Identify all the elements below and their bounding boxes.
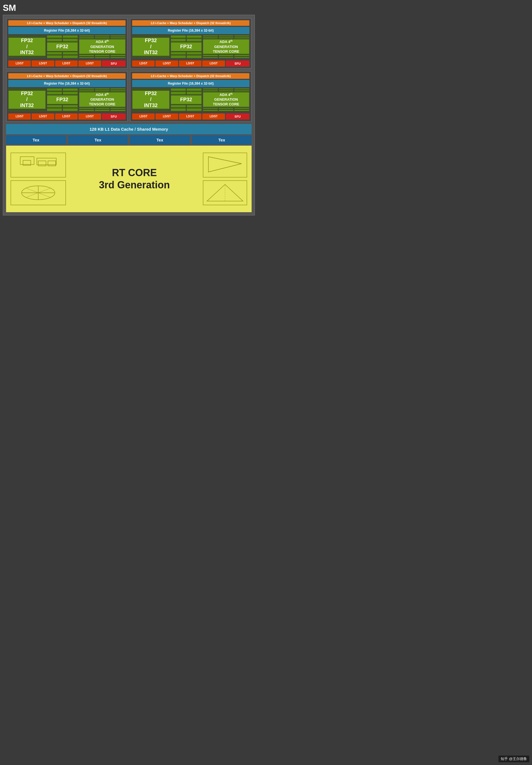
tensor-label-tl: ADA 4thGENERATIONTENSOR CORE xyxy=(89,39,115,54)
sfu-tr: SFU xyxy=(226,60,249,67)
rt-icon-box-top-right xyxy=(203,153,247,178)
svg-marker-10 xyxy=(208,157,242,172)
bottom-quadrant-row: L0 i-Cache + Warp Scheduler + Dispatch (… xyxy=(6,71,252,122)
svg-line-12 xyxy=(208,157,242,164)
ldst-4-bl: LD/ST xyxy=(79,113,101,120)
ldst-3-br: LD/ST xyxy=(179,113,201,120)
ldst-1-tr: LD/ST xyxy=(132,60,154,67)
fp32-grid-tl: FP32 xyxy=(47,35,78,58)
rt-icon-right xyxy=(203,153,247,205)
rt-core-section: RT CORE 3rd Generation xyxy=(6,146,252,212)
rt-icon-box-top-left xyxy=(11,153,66,178)
ldst-1-tl: LD/ST xyxy=(8,60,31,67)
rt-icon-box-bottom-left xyxy=(11,180,66,205)
compute-area-br: FP32/INT32 FP32 xyxy=(132,88,249,111)
ldst-2-tl: LD/ST xyxy=(32,60,54,67)
quadrant-bottom-left: L0 i-Cache + Warp Scheduler + Dispatch (… xyxy=(6,71,128,122)
fp32-col-tl: FP32 xyxy=(47,35,78,58)
svg-rect-3 xyxy=(38,161,46,166)
tensor-grid-tl: ADA 4thGENERATIONTENSOR CORE xyxy=(79,35,126,58)
fp32-label-tr: FP32 xyxy=(180,44,192,50)
sfu-tl: SFU xyxy=(102,60,126,67)
fp32-int32-label-bl: FP32/INT32 xyxy=(20,91,34,109)
tensor-label-br: ADA 4thGENERATIONTENSOR CORE xyxy=(213,92,239,107)
fp32-label-br: FP32 xyxy=(180,97,192,103)
bottom-row-tl: LD/ST LD/ST LD/ST LD/ST SFU xyxy=(8,60,126,67)
bottom-row-bl: LD/ST LD/ST LD/ST LD/ST SFU xyxy=(8,113,126,120)
fp32-int32-grid-tl: FP32/INT32 xyxy=(8,35,46,58)
mesh-icon xyxy=(17,183,59,203)
quadrant-bottom-right: L0 i-Cache + Warp Scheduler + Dispatch (… xyxy=(130,71,252,122)
svg-line-11 xyxy=(208,164,242,172)
triangle-icon xyxy=(206,183,244,203)
tensor-label-bl: ADA 4thGENERATIONTENSOR CORE xyxy=(89,92,115,107)
svg-rect-4 xyxy=(48,161,56,166)
tex-3: Tex xyxy=(130,135,190,145)
warp-scheduler-tl: L0 i-Cache + Warp Scheduler + Dispatch (… xyxy=(8,20,126,26)
quadrant-top-right: L0 i-Cache + Warp Scheduler + Dispatch (… xyxy=(130,18,252,69)
register-file-bl: Register File (16,384 x 32-bit) xyxy=(8,80,126,87)
warp-scheduler-tr: L0 i-Cache + Warp Scheduler + Dispatch (… xyxy=(132,20,249,26)
warp-scheduler-bl: L0 i-Cache + Warp Scheduler + Dispatch (… xyxy=(8,73,126,79)
fp32-label-tl: FP32 xyxy=(56,44,68,50)
register-file-br: Register File (16,384 x 32-bit) xyxy=(132,80,249,87)
compute-area-bl: FP32/INT32 FP32 xyxy=(8,88,126,111)
svg-rect-2 xyxy=(37,158,56,165)
rt-core-text: RT CORE 3rd Generation xyxy=(66,167,203,191)
tex-2: Tex xyxy=(68,135,128,145)
ldst-2-bl: LD/ST xyxy=(32,113,54,120)
ldst-4-tr: LD/ST xyxy=(202,60,225,67)
rt-icon-left xyxy=(11,153,66,205)
ldst-2-tr: LD/ST xyxy=(155,60,178,67)
rt-icon-box-bottom-right xyxy=(203,180,247,205)
sfu-br: SFU xyxy=(226,113,249,120)
tex-4: Tex xyxy=(192,135,252,145)
fp32-col-tr: FP32 xyxy=(171,35,202,58)
ldst-4-br: LD/ST xyxy=(202,113,225,120)
ldst-4-tl: LD/ST xyxy=(79,60,101,67)
sm-title: SM xyxy=(3,3,16,13)
fp32-int32-label-br: FP32/INT32 xyxy=(144,91,158,109)
ldst-3-bl: LD/ST xyxy=(55,113,78,120)
tensor-label-tr: ADA 4thGENERATIONTENSOR CORE xyxy=(213,39,239,54)
fp32-label-bl: FP32 xyxy=(56,97,68,103)
rt-core-title: RT CORE 3rd Generation xyxy=(66,167,203,191)
tensor-col-tl: ADA 4thGENERATIONTENSOR CORE xyxy=(79,35,126,58)
fp32-int32-col-tl: FP32/INT32 xyxy=(8,35,46,58)
fp32-int32-label-tr: FP32/INT32 xyxy=(144,38,158,56)
ldst-3-tr: LD/ST xyxy=(179,60,201,67)
ldst-1-br: LD/ST xyxy=(132,113,154,120)
bvh-icon xyxy=(17,155,59,175)
warp-scheduler-br: L0 i-Cache + Warp Scheduler + Dispatch (… xyxy=(132,73,249,79)
register-file-tl: Register File (16,384 x 32-bit) xyxy=(8,27,126,34)
bottom-row-br: LD/ST LD/ST LD/ST LD/ST SFU xyxy=(132,113,249,120)
tex-1: Tex xyxy=(6,135,66,145)
bottom-row-tr: LD/ST LD/ST LD/ST LD/ST SFU xyxy=(132,60,249,67)
ldst-3-tl: LD/ST xyxy=(55,60,78,67)
register-file-tr: Register File (16,384 x 32-bit) xyxy=(132,27,249,34)
ldst-2-br: LD/ST xyxy=(155,113,178,120)
l1-cache: 128 KB L1 Data Cache / Shared Memory xyxy=(6,124,252,134)
ray-icon xyxy=(206,155,244,175)
fp32-int32-col-tr: FP32/INT32 xyxy=(132,35,169,58)
quadrant-top-left: L0 i-Cache + Warp Scheduler + Dispatch (… xyxy=(6,18,128,69)
tensor-col-tr: ADA 4thGENERATIONTENSOR CORE xyxy=(203,35,249,58)
top-quadrant-row: L0 i-Cache + Warp Scheduler + Dispatch (… xyxy=(6,18,252,69)
sm-container: L0 i-Cache + Warp Scheduler + Dispatch (… xyxy=(3,15,255,216)
sfu-bl: SFU xyxy=(102,113,126,120)
fp32-int32-label-tl: FP32/INT32 xyxy=(20,38,34,56)
compute-area-tl: FP32/INT32 FP32 xyxy=(8,35,126,58)
ldst-1-bl: LD/ST xyxy=(8,113,31,120)
tex-row: Tex Tex Tex Tex xyxy=(6,135,252,145)
compute-area-tr: FP32/INT32 FP32 xyxy=(132,35,249,58)
